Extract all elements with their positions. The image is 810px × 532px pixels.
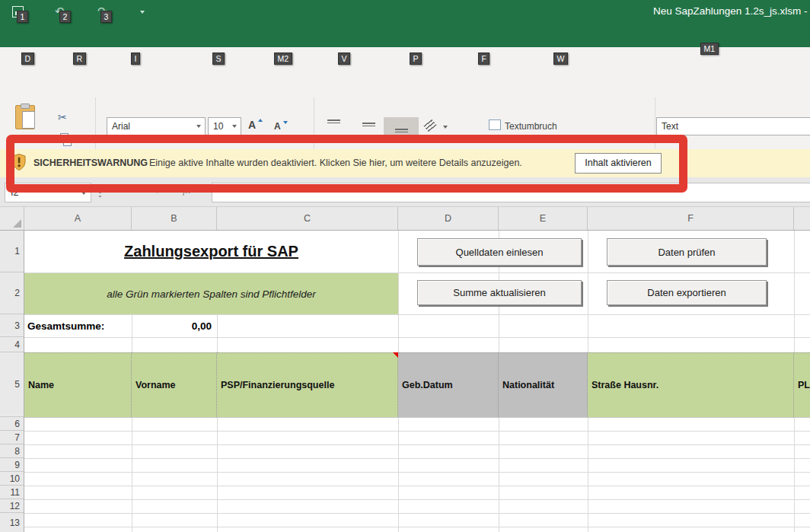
annotation-red-box (6, 135, 687, 193)
row-header-7[interactable]: 7 (0, 431, 24, 444)
font-size-combo[interactable]: 10 (208, 117, 241, 135)
number-format-combo[interactable]: Text (656, 117, 810, 135)
row-header-5[interactable]: 5 (0, 352, 24, 417)
row-header-2[interactable]: 2 (0, 272, 24, 314)
keytip-daten: V (338, 53, 350, 65)
keytip-formeln: M2 (274, 53, 292, 65)
column-header-g-partial[interactable] (794, 207, 810, 230)
update-sum-button[interactable]: Summe aktualisieren (417, 280, 582, 305)
keytip-save: 1 (17, 11, 28, 23)
font-name-combo[interactable]: Arial (107, 117, 206, 135)
font-size-value: 10 (213, 121, 223, 132)
row-header-13[interactable]: 13 (0, 513, 24, 532)
check-data-button[interactable]: Daten prüfen (607, 238, 767, 266)
cell-e5-header-nationalitaet[interactable]: Nationalität (499, 352, 588, 417)
wrap-text-button[interactable]: Textumbruch (505, 121, 557, 132)
orientation-caret-icon[interactable] (443, 126, 448, 129)
column-header-e[interactable]: E (499, 207, 588, 230)
row-header-11[interactable]: 11 (0, 486, 24, 499)
column-headers: A B C D E F (0, 206, 810, 231)
gridline-h (24, 337, 810, 338)
cell-d5-header-gebdatum[interactable]: Geb.Datum (398, 352, 499, 417)
ribbon-tab-row: Datei Start Einfügen Seitenlayout Formel… (0, 23, 810, 47)
shrink-font-arrow-icon (283, 121, 288, 124)
gridline-v (132, 314, 132, 532)
font-size-caret-icon[interactable] (232, 125, 237, 128)
orientation-icon[interactable] (423, 119, 436, 132)
keytip-entwicklertools: W (553, 53, 568, 65)
grow-font-icon[interactable]: A (248, 119, 256, 131)
keytip-start: R (73, 53, 86, 65)
wrap-text-icon[interactable] (489, 119, 501, 130)
font-name-value: Arial (112, 121, 130, 132)
keytip-redo: 3 (100, 11, 112, 23)
align-top-icon[interactable] (327, 119, 340, 129)
cell-a1-title[interactable]: Zahlungsexport für SAP (24, 231, 398, 272)
row-header-1[interactable]: 1 (0, 231, 24, 272)
keytip-seitenlayout: S (212, 53, 225, 65)
comment-indicator-icon (393, 352, 398, 358)
row-header-6[interactable]: 6 (0, 417, 24, 431)
cell-a5-header-name[interactable]: Name (24, 352, 132, 417)
column-header-b[interactable]: B (132, 207, 217, 230)
grow-font-arrow-icon (258, 119, 263, 122)
cell-g5-header-plz-partial[interactable]: PL (794, 352, 810, 417)
keytip-undo: 2 (59, 11, 71, 23)
select-all-corner[interactable] (0, 207, 24, 230)
row-header-8[interactable]: 8 (0, 444, 24, 458)
qat-customize-caret-icon[interactable] (140, 11, 145, 14)
column-header-c[interactable]: C (217, 207, 398, 230)
title-bar: ↶ ↷ Neu SapZahlungen 1.2s_js.xlsm - 1 2 … (0, 0, 810, 23)
empty-grid-rows[interactable] (24, 417, 810, 532)
gridline-h (24, 417, 810, 418)
cell-c5-header-psp[interactable]: PSP/Finanzierungsquelle (217, 352, 398, 417)
cut-icon[interactable]: ✂ (58, 111, 67, 123)
column-header-a[interactable]: A (24, 207, 132, 230)
column-header-f[interactable]: F (588, 207, 794, 230)
font-name-caret-icon[interactable] (196, 125, 201, 128)
cell-b3-total-value[interactable]: 0,00 (132, 314, 217, 337)
export-data-button[interactable]: Daten exportieren (607, 280, 767, 305)
align-bottom-icon (395, 123, 408, 132)
keytip-einfuegen: I (131, 53, 140, 65)
gridline-v (217, 314, 218, 532)
cell-a3-total-label[interactable]: Gesamtsumme: (24, 314, 132, 337)
cell-f5-header-strasse[interactable]: Straße Hausnr. (588, 352, 794, 417)
cell-b5-header-vorname[interactable]: Vorname (132, 352, 217, 417)
row-header-3[interactable]: 3 (0, 314, 24, 337)
number-format-value: Text (662, 121, 678, 132)
read-source-data-button[interactable]: Quelldaten einlesen (417, 238, 582, 266)
shrink-font-icon[interactable]: A (274, 121, 281, 132)
excel-window: ↶ ↷ Neu SapZahlungen 1.2s_js.xlsm - 1 2 … (0, 0, 810, 532)
keytip-tell-me: M1 (700, 43, 719, 55)
cell-a2-subtitle[interactable]: alle Grün markierten Spalten sind Pflich… (24, 273, 398, 314)
row-header-10[interactable]: 10 (0, 472, 24, 486)
keytip-ueberpruefen: P (410, 53, 422, 65)
keytip-datei: D (21, 53, 34, 65)
row-header-4[interactable]: 4 (0, 337, 24, 352)
row-header-12[interactable]: 12 (0, 499, 24, 513)
keytip-ansicht: F (478, 53, 490, 65)
row-header-9[interactable]: 9 (0, 458, 24, 472)
align-middle-icon[interactable] (362, 119, 375, 129)
paste-icon[interactable] (15, 105, 35, 129)
column-header-d[interactable]: D (398, 207, 499, 230)
document-title: Neu SapZahlungen 1.2s_js.xlsm - (653, 5, 808, 17)
